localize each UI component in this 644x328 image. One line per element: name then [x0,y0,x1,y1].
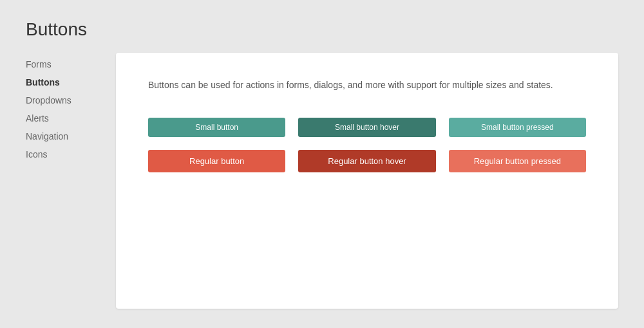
small-button-row: Small button Small button hover Small bu… [148,118,586,137]
sidebar-item-buttons[interactable]: Buttons [26,73,116,91]
regular-button-hover[interactable]: Regular button hover [298,150,435,172]
regular-button-default[interactable]: Regular button [148,150,285,172]
sidebar-item-dropdowns[interactable]: Dropdowns [26,91,116,109]
regular-button-pressed[interactable]: Regular button pressed [449,150,586,172]
page-title: Buttons [26,19,618,40]
description-text: Buttons can be used for actions in forms… [148,78,586,92]
small-button-pressed[interactable]: Small button pressed [449,118,586,137]
regular-button-row: Regular button Regular button hover Regu… [148,150,586,172]
sidebar-item-alerts[interactable]: Alerts [26,109,116,127]
sidebar: Forms Buttons Dropdowns Alerts Navigatio… [26,53,116,309]
sidebar-item-icons[interactable]: Icons [26,145,116,163]
sidebar-item-navigation[interactable]: Navigation [26,127,116,145]
small-button-hover[interactable]: Small button hover [298,118,435,137]
sidebar-item-forms[interactable]: Forms [26,55,116,73]
small-button-default[interactable]: Small button [148,118,285,137]
main-panel: Buttons can be used for actions in forms… [116,53,618,309]
